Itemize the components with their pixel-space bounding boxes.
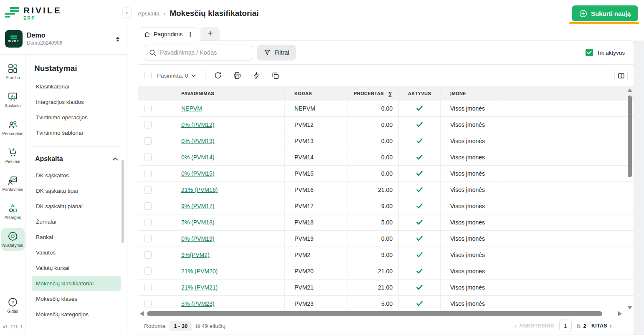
select-all-checkbox[interactable]	[144, 72, 152, 79]
menu-item[interactable]: Tvirtinimo operacijos	[32, 110, 121, 125]
row-checkbox[interactable]	[144, 170, 152, 177]
row-checkbox[interactable]	[144, 105, 152, 112]
rail-item-pardavimai[interactable]: Pardavimai	[1, 172, 25, 195]
columns-settings-button[interactable]	[614, 69, 628, 82]
tab-menu-kebab-icon[interactable]: ⋮	[186, 30, 195, 38]
row-name-link[interactable]: 9% (PVM17)	[181, 203, 214, 209]
row-checkbox[interactable]	[144, 251, 152, 259]
menu-item[interactable]: Valiutų kursai	[32, 260, 121, 276]
menu-item[interactable]: Integracijos klaidos	[32, 94, 121, 110]
rail-item-pirkimai[interactable]: Pirkimai	[1, 144, 25, 167]
sidebar-collapse-button[interactable]: ‹	[122, 7, 132, 18]
row-code: PVM20	[285, 263, 347, 279]
row-checkbox[interactable]	[144, 284, 152, 291]
menu-item[interactable]: DK sąskaitų planai	[32, 199, 121, 214]
row-checkbox[interactable]	[144, 137, 152, 145]
menu-item[interactable]: Mokesčių klasifikatoriai	[32, 276, 121, 291]
row-checkbox[interactable]	[144, 121, 152, 128]
scroll-down-arrow-icon[interactable]	[627, 306, 632, 310]
header-pavadinimas[interactable]: PAVADINIMAS	[175, 86, 285, 101]
menu-item[interactable]: Klasifikatoriai	[32, 79, 121, 94]
menu-item[interactable]: Žurnalai	[32, 214, 121, 229]
row-name-link[interactable]: 0% (PVM13)	[181, 138, 214, 144]
rail-item-atsargos[interactable]: Atsargos	[1, 200, 25, 223]
header-imone[interactable]: ĮMONĖ	[441, 86, 503, 101]
row-percent: 9.00	[347, 247, 399, 263]
previous-page-button[interactable]: ‹ ANKSTESNIS	[515, 322, 554, 329]
row-checkbox[interactable]	[144, 235, 152, 242]
menu-item[interactable]: Valiutos	[32, 245, 121, 260]
scroll-left-arrow-icon[interactable]	[140, 311, 144, 316]
row-range: 1 - 30	[170, 321, 192, 331]
row-checkbox[interactable]	[144, 202, 152, 210]
menu-apskaita-list: DK sąskaitos DK sąskaitų tipai DK sąskai…	[32, 168, 121, 322]
rail-item-nustatymai[interactable]: Nustatymai	[1, 228, 25, 251]
row-name-link[interactable]: 9%(PVM2)	[181, 252, 210, 258]
rail-item-gidas[interactable]: ? Gidas	[1, 294, 25, 317]
menu-item[interactable]: Tvirtinimo šablonai	[32, 125, 121, 141]
row-checkbox[interactable]	[144, 219, 152, 226]
row-name-link[interactable]: 21% (PVM21)	[181, 284, 218, 291]
horizontal-scrollbar[interactable]	[138, 310, 634, 317]
row-name-link[interactable]: 0% (PVM19)	[181, 235, 214, 242]
menu-item[interactable]: DK sąskaitos	[32, 168, 121, 183]
search-input[interactable]	[160, 49, 248, 56]
refresh-button[interactable]	[214, 70, 222, 81]
row-percent: 5.00	[347, 214, 399, 230]
sidebar-scrollbar[interactable]	[122, 160, 124, 243]
menu-item[interactable]: DK sąskaitų tipai	[32, 183, 121, 199]
rail-item-pradzia[interactable]: Pradžia	[1, 60, 25, 83]
header-procentas[interactable]: PROCENTAS ∑	[347, 86, 399, 101]
settings-menu: Nustatymai Klasifikatoriai Integracijos …	[26, 55, 127, 335]
menu-section-apskaita[interactable]: Apskaita	[32, 151, 121, 168]
row-name-link[interactable]: 0% (PVM14)	[181, 154, 214, 161]
company-selector[interactable]: RIVILE Demo Demo20240906	[0, 26, 127, 55]
breadcrumb[interactable]: Apskaita	[138, 10, 160, 17]
vertical-scroll-thumb[interactable]	[628, 96, 632, 177]
current-page-input[interactable]: 1	[559, 320, 572, 332]
row-checkbox[interactable]	[144, 154, 152, 161]
scroll-right-arrow-icon[interactable]	[618, 311, 622, 316]
row-checkbox[interactable]	[144, 186, 152, 194]
copy-button[interactable]	[271, 70, 279, 81]
row-name-link[interactable]: 21% (PVM16)	[181, 186, 218, 193]
company-switch-icon[interactable]	[116, 37, 119, 42]
gear-icon	[8, 231, 18, 242]
add-tab-button[interactable]: +	[200, 27, 220, 40]
tab-pagrindinis[interactable]: Pagrindinis ⋮	[138, 27, 199, 41]
table-wrap: PAVADINIMAS KODAS PROCENTAS ∑ AKTYVUS ĮM…	[138, 86, 634, 317]
row-name-link[interactable]: NEPVM	[181, 105, 202, 112]
breadcrumb-chevron-icon: ›	[164, 10, 165, 17]
horizontal-scroll-thumb[interactable]	[147, 311, 602, 316]
menu-item[interactable]: Mokesčių klasės	[32, 291, 121, 307]
row-checkbox[interactable]	[144, 267, 152, 275]
search-box[interactable]	[144, 45, 253, 60]
sum-icon[interactable]: ∑	[388, 90, 393, 97]
menu-item[interactable]: Bankai	[32, 229, 121, 245]
row-company: Visos įmonės	[441, 149, 503, 165]
row-name-link[interactable]: 5% (PVM18)	[181, 219, 214, 226]
scroll-up-arrow-icon[interactable]	[627, 88, 632, 92]
create-new-button[interactable]: Sukurti naują	[572, 5, 638, 21]
row-active-status	[399, 280, 441, 295]
header-kodas[interactable]: KODAS	[285, 86, 347, 101]
menu-item[interactable]: Mokesčių kategorijos	[32, 307, 121, 322]
actions-button[interactable]	[253, 70, 260, 81]
header-aktyvus[interactable]: AKTYVUS	[399, 86, 441, 101]
vertical-scrollbar[interactable]	[627, 88, 632, 310]
active-only-checkbox[interactable]	[586, 49, 593, 56]
row-name-link[interactable]: 21% (PVM20)	[181, 268, 218, 275]
row-checkbox[interactable]	[144, 300, 152, 307]
active-only-toggle[interactable]: Tik aktyvūs	[586, 49, 625, 56]
row-active-status	[399, 296, 441, 310]
rail-item-personalas[interactable]: Personalas	[1, 116, 25, 139]
chevron-down-icon[interactable]	[191, 74, 196, 77]
filters-button[interactable]: Filtrai	[257, 45, 296, 60]
rail-item-apskaita[interactable]: Apskaita	[1, 88, 25, 111]
row-name-link[interactable]: 0% (PVM12)	[181, 121, 214, 128]
next-page-button[interactable]: KITAS ›	[591, 322, 612, 329]
page-header: Apskaita › Mokesčių klasifikatoriai Suku…	[138, 0, 644, 27]
row-name-link[interactable]: 0% (PVM15)	[181, 170, 214, 177]
row-name-link[interactable]: 5% (PVM23)	[181, 300, 214, 307]
print-button[interactable]	[233, 70, 241, 81]
